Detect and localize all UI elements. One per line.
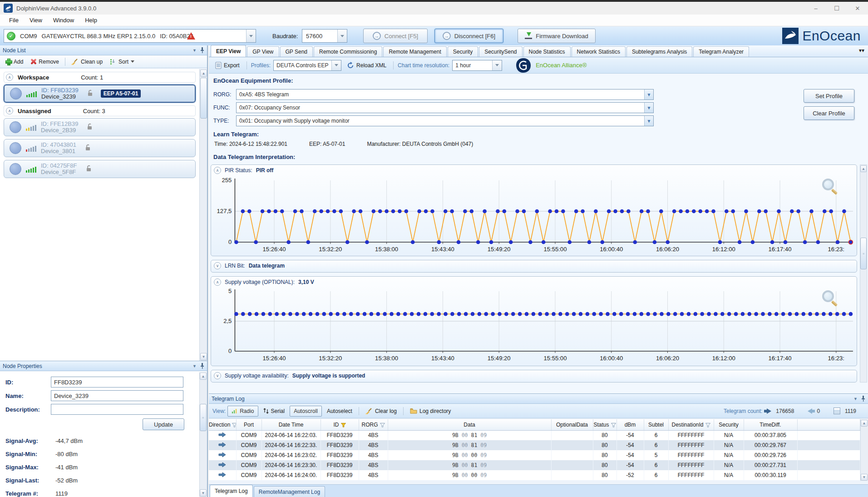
scroll-down-icon[interactable]: ▼ [861,474,868,481]
tab-security[interactable]: Security [448,46,478,57]
collapse-panel-icon[interactable]: ▼ [192,364,197,368]
filter-icon[interactable] [705,423,710,427]
scroll-thumb[interactable]: ≡ [200,404,207,431]
tab-eep-view[interactable]: EEP View [211,45,246,57]
autoscroll-toggle[interactable]: Autoscroll [290,406,322,417]
sort-button[interactable]: Sort [107,58,137,66]
expand-section-icon[interactable]: ∨ [214,262,221,269]
column-header-optionaldata[interactable]: OptionalData [551,419,593,430]
name-field[interactable]: Device_3239 [51,390,183,401]
dropdown-icon[interactable]: ▼ [644,89,653,99]
log-directory-button[interactable]: Log directory [407,408,454,414]
profile-field-select[interactable]: 0xA5: 4BS Telegram▼ [236,89,654,100]
tab-remote-management[interactable]: Remote Management [383,46,446,57]
firmware-download-button[interactable]: Firmware Download [518,29,596,43]
collapse-panel-icon[interactable]: ▼ [853,397,858,401]
tab-overflow-icon[interactable]: ▾▾ [859,47,864,54]
baudrate-dropdown-icon[interactable] [337,30,347,42]
node-group-unassigned[interactable]: ∧UnassignedCount: 3 [4,105,196,116]
menu-view[interactable]: View [25,15,47,25]
tab-remote-commissioning[interactable]: Remote Commissioning [314,46,382,57]
reload-xml-button[interactable]: Reload XML [344,61,389,70]
collapse-section-icon[interactable]: ∧ [214,278,221,286]
table-row[interactable]: COM92024-06-14 16:23:02.FF8D32394BS9B 00… [209,450,860,460]
set-profile-button[interactable]: Set Profile [804,89,854,103]
add-node-button[interactable]: Add [3,58,26,66]
scroll-up-icon[interactable]: ▲ [200,373,207,380]
node-group-workspace[interactable]: ∧WorkspaceCount: 1 [4,72,196,83]
collapse-section-icon[interactable]: ∧ [214,167,221,174]
scroll-up-icon[interactable]: ▲ [200,70,207,77]
node-list-scrollbar[interactable]: ▲ ▼ [199,69,207,361]
update-button[interactable]: Update [143,418,184,430]
id-field[interactable]: FF8D3239 [51,377,183,388]
serial-view-button[interactable]: Serial [260,408,288,414]
tab-gp-view[interactable]: GP View [247,46,279,57]
table-row[interactable]: COM92024-06-14 16:22:33.FF8D32394BS9B 00… [209,440,860,450]
baudrate-select[interactable]: 57600 [302,29,347,43]
profile-field-select[interactable]: 0x01: Occupancy with Supply voltage moni… [236,115,654,126]
close-button[interactable]: ✕ [847,2,868,15]
menu-window[interactable]: Window [49,15,79,25]
tab-gp-send[interactable]: GP Send [280,46,313,57]
scroll-up-icon[interactable]: ▲ [860,165,867,172]
port-selector-dropdown-icon[interactable] [246,30,256,42]
column-header-security[interactable]: Security [714,419,744,430]
column-header-status[interactable]: Status [593,419,616,430]
menu-help[interactable]: Help [80,15,102,25]
scroll-thumb[interactable]: ≡ [860,238,867,269]
port-selector[interactable]: ✓ COM9 GATEWAYCTRL 868.3 MHz ERP1 2.15.0… [4,29,256,43]
chart-resolution-select[interactable]: 1 hour [452,60,502,71]
dropdown-icon[interactable]: ▼ [644,116,653,126]
filter-icon[interactable] [611,423,616,427]
resolution-dropdown-icon[interactable] [492,60,502,70]
pin-icon[interactable] [861,396,865,402]
collapse-group-icon[interactable]: ∧ [6,74,13,81]
clear-profile-button[interactable]: Clear Profile [804,106,854,120]
clear-log-button[interactable]: Clear log [362,408,400,414]
column-header-datetime[interactable]: Date Time [261,419,321,430]
column-header-timediff[interactable]: TimeDiff. [744,419,797,430]
zoom-magnifier-icon[interactable] [822,179,834,190]
log-tab-remotemanagement-log[interactable]: RemoteManagement Log [254,486,325,497]
column-header-destinationid[interactable]: DestinationId [668,419,714,430]
pin-icon[interactable] [200,363,204,369]
tab-node-statistics[interactable]: Node Statistics [523,46,571,57]
collapse-panel-icon[interactable]: ▼ [192,48,197,53]
column-header-dbm[interactable]: dBm [616,419,644,430]
column-header-direction[interactable]: Direction [209,419,236,430]
filter-icon[interactable] [341,423,346,427]
collapse-group-icon[interactable]: ∧ [6,107,13,114]
profiles-select[interactable]: DEUTA Controls EEP [273,60,341,71]
scroll-down-icon[interactable]: ▼ [200,353,207,360]
table-row[interactable]: COM92024-06-14 16:23:30.FF8D32394BS9B 00… [209,460,860,470]
tab-securitysend[interactable]: SecuritySend [479,46,522,57]
node-item[interactable]: ID: FFE12B39Device_2B39 [4,118,196,136]
cleanup-button[interactable]: Clean up [69,58,105,66]
pin-icon[interactable] [200,47,204,53]
connect-button[interactable]: → Connect [F5] [363,29,428,43]
expand-section-icon[interactable]: ∨ [214,372,221,379]
filter-icon[interactable] [232,423,236,427]
content-scrollbar[interactable]: ▲ ≡ [860,164,867,383]
column-header-data[interactable]: Data [388,419,551,430]
column-header-subtel[interactable]: Subtel [644,419,668,430]
node-item[interactable]: ID: 47043801Device_3801 [4,139,196,157]
tab-subtelegrams-analysis[interactable]: Subtelegrams Analysis [626,46,692,57]
log-tab-telegram-log[interactable]: Telegram Log [210,485,253,497]
dropdown-icon[interactable]: ▼ [644,103,653,113]
scroll-down-icon[interactable]: ▼ [200,489,207,497]
column-header-port[interactable]: Port [236,419,261,430]
node-item[interactable]: ID: FF8D3239Device_3239EEP A5-07-01 [4,84,196,103]
node-item[interactable]: ID: 04275F8FDevice_5F8F [4,160,196,178]
scroll-up-icon[interactable]: ▲ [861,420,868,427]
menu-file[interactable]: File [5,15,23,25]
table-row[interactable]: COM92024-06-14 16:22:03.FF8D32394BS9B 00… [209,430,860,440]
radio-view-toggle[interactable]: Radio [227,406,258,417]
remove-node-button[interactable]: Remove [28,58,62,66]
profiles-dropdown-icon[interactable] [331,60,341,70]
autoselect-button[interactable]: Autoselect [324,408,355,414]
column-header-filler[interactable] [797,419,860,430]
filter-icon[interactable] [380,423,385,427]
table-scrollbar[interactable]: ▲ ▼ [860,419,868,481]
